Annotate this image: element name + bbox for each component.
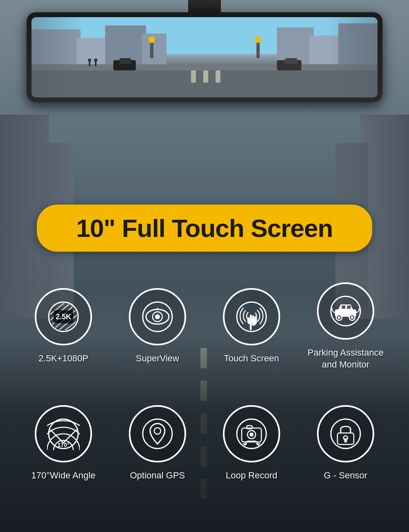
screen-scene — [31, 17, 378, 97]
svg-line-62 — [63, 430, 76, 443]
feature-item-touch: Touch Screen — [211, 288, 292, 365]
feature-label-loop: Loop Record — [226, 470, 277, 482]
svg-line-61 — [50, 430, 63, 443]
feature-label-gps: Optional GPS — [130, 470, 185, 482]
resolution-icon-circle: 2.5K — [35, 288, 92, 345]
feature-label-superview: SuperView — [136, 353, 179, 365]
features-row-2: 170° 170°Wide Angle Optional GPS — [0, 405, 409, 482]
features-row-1: 2.5K 2.5K+1080P SuperView — [0, 282, 409, 370]
dashcam-device — [0, 0, 409, 139]
screen-overlay — [31, 17, 378, 97]
svg-line-27 — [47, 300, 55, 304]
dashcam-screen — [31, 17, 378, 97]
badge-text: 10" Full Touch Screen — [76, 214, 333, 242]
parking-icon-circle — [317, 282, 374, 340]
svg-line-36 — [74, 331, 80, 333]
feature-item-loop: Loop Record — [211, 405, 292, 482]
feature-item-gps: Optional GPS — [117, 405, 198, 482]
dashcam-body — [27, 12, 382, 102]
svg-point-65 — [154, 428, 161, 434]
feature-label-2k: 2.5K+1080P — [38, 353, 88, 365]
gsensor-icon-circle — [317, 405, 374, 462]
feature-label-gsensor: G - Sensor — [324, 470, 367, 482]
wide-angle-icon-circle: 170° — [35, 405, 92, 462]
svg-point-42 — [155, 314, 160, 319]
svg-rect-51 — [347, 305, 351, 309]
feature-item-wide: 170° 170°Wide Angle — [22, 405, 104, 482]
svg-line-35 — [67, 325, 80, 333]
eye-icon-circle — [129, 288, 186, 345]
feature-label-wide: 170°Wide Angle — [31, 470, 96, 482]
svg-text:2.5K: 2.5K — [56, 313, 71, 321]
feature-item-superview: SuperView — [117, 288, 198, 365]
badge-container: 10" Full Touch Screen — [37, 205, 372, 252]
svg-rect-70 — [247, 426, 252, 429]
svg-point-54 — [338, 316, 340, 319]
feature-label-touch: Touch Screen — [224, 353, 279, 365]
feature-label-parking: Parking Assistance and Monitor — [308, 347, 384, 370]
feature-item-2k: 2.5K 2.5K+1080P — [22, 288, 104, 365]
loop-icon-circle — [223, 405, 280, 462]
svg-point-69 — [249, 433, 254, 437]
touch-icon-circle — [223, 288, 280, 345]
gps-icon-circle — [129, 405, 186, 462]
svg-text:170°: 170° — [58, 442, 70, 448]
yellow-badge: 10" Full Touch Screen — [37, 205, 372, 252]
svg-point-55 — [351, 316, 353, 319]
feature-item-gsensor: G - Sensor — [305, 405, 387, 482]
svg-rect-50 — [342, 305, 346, 309]
feature-item-parking: Parking Assistance and Monitor — [305, 282, 387, 370]
